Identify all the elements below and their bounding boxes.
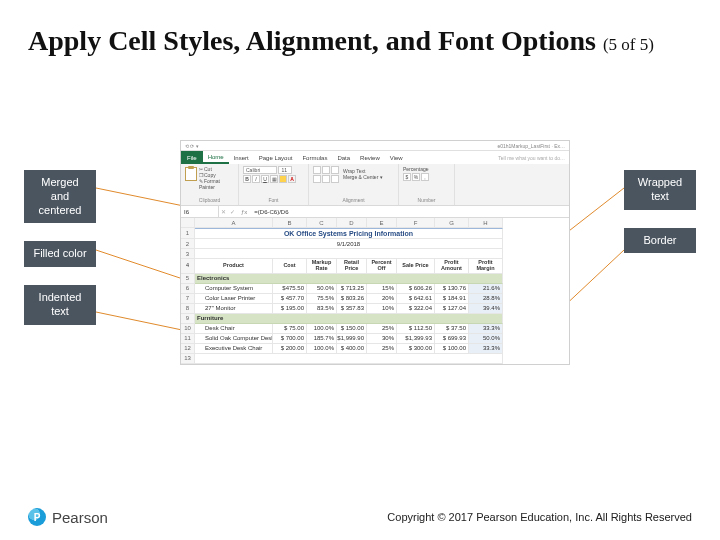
- cancel-icon[interactable]: ✕: [219, 208, 228, 215]
- tab-insert[interactable]: Insert: [229, 151, 254, 164]
- font-size-select[interactable]: 11: [278, 166, 292, 174]
- tab-formulas[interactable]: Formulas: [297, 151, 332, 164]
- row-13-blank[interactable]: 13: [181, 354, 569, 364]
- paste-button[interactable]: [185, 166, 197, 190]
- italic-button[interactable]: I: [252, 175, 260, 183]
- formula-input[interactable]: =(D6-C6)/D6: [251, 209, 569, 215]
- comma-button[interactable]: ,: [421, 173, 429, 181]
- excel-window: ⟲ ⟳ ▾ e01h1Markup_LastFirst · Ex… File H…: [180, 140, 570, 365]
- slide-footer: Pearson Copyright © 2017 Pearson Educati…: [0, 508, 720, 526]
- stage: Merged and centered Filled color Indente…: [0, 140, 720, 480]
- ribbon-group-number: Percentage $ % , Number: [399, 164, 455, 205]
- callout-filled-color: Filled color: [24, 241, 96, 267]
- product-name: Computer System: [195, 284, 273, 294]
- tab-review[interactable]: Review: [355, 151, 385, 164]
- row-1[interactable]: 1 OK Office Systems Pricing Information: [181, 228, 569, 239]
- qat-icons[interactable]: ⟲ ⟳ ▾: [185, 143, 199, 149]
- data-row[interactable]: 6Computer System$475.5050.0%$ 713.2515%$…: [181, 284, 569, 294]
- product-name: Solid Oak Computer Desk: [195, 334, 273, 344]
- brand: Pearson: [28, 508, 108, 526]
- callout-merged-centered: Merged and centered: [24, 170, 96, 223]
- fx-icon[interactable]: ƒx: [237, 209, 251, 215]
- callout-indented-text: Indented text: [24, 285, 96, 325]
- tab-view[interactable]: View: [385, 151, 408, 164]
- ribbon-group-clipboard: Cut Copy Format Painter Clipboard: [181, 164, 239, 205]
- pearson-logo-icon: [28, 508, 46, 526]
- slide-title: Apply Cell Styles, Alignment, and Font O…: [28, 24, 692, 58]
- data-row[interactable]: 10Desk Chair$ 75.00100.0%$ 150.0025%$ 11…: [181, 324, 569, 334]
- ribbon-group-alignment: Wrap Text Merge & Center ▾ Alignment: [309, 164, 399, 205]
- row-2[interactable]: 2 9/1/2018: [181, 239, 569, 249]
- underline-button[interactable]: U: [261, 175, 269, 183]
- fill-color-button[interactable]: [279, 175, 287, 183]
- product-name: Color Laser Printer: [195, 294, 273, 304]
- excel-titlebar: ⟲ ⟳ ▾ e01h1Markup_LastFirst · Ex…: [181, 141, 569, 151]
- bold-button[interactable]: B: [243, 175, 251, 183]
- currency-button[interactable]: $: [403, 173, 411, 181]
- ribbon-tabs: File Home Insert Page Layout Formulas Da…: [181, 151, 569, 164]
- group-label-alignment: Alignment: [313, 197, 394, 203]
- copyright: Copyright © 2017 Pearson Education, Inc.…: [387, 511, 692, 523]
- tab-page-layout[interactable]: Page Layout: [254, 151, 298, 164]
- callout-wrapped-text: Wrapped text: [624, 170, 696, 210]
- slide-title-sub: (5 of 5): [603, 35, 654, 54]
- data-row[interactable]: 827" Monitor$ 195.0083.5%$ 357.8310%$ 32…: [181, 304, 569, 314]
- enter-icon[interactable]: ✓: [228, 208, 237, 215]
- alignment-grid[interactable]: [313, 166, 339, 183]
- ribbon-group-font: Calibri 11 B I U ▦ A Font: [239, 164, 309, 205]
- tab-file[interactable]: File: [181, 151, 203, 164]
- tab-home[interactable]: Home: [203, 151, 229, 164]
- column-headers: AB CD EF GH: [181, 218, 569, 228]
- tell-me-search[interactable]: Tell me what you want to do…: [498, 155, 569, 161]
- ribbon: Cut Copy Format Painter Clipboard Calibr…: [181, 164, 569, 206]
- slide-title-main: Apply Cell Styles, Alignment, and Font O…: [28, 25, 596, 56]
- data-row[interactable]: 11Solid Oak Computer Desk$ 700.00185.7%$…: [181, 334, 569, 344]
- group-label-number: Number: [403, 197, 450, 203]
- clipboard-links: Cut Copy Format Painter: [199, 166, 234, 190]
- callout-column-left: Merged and centered Filled color Indente…: [24, 170, 96, 325]
- group-label-font: Font: [243, 197, 304, 203]
- worksheet[interactable]: AB CD EF GH 1 OK Office Systems Pricing …: [181, 218, 569, 364]
- font-name-select[interactable]: Calibri: [243, 166, 277, 174]
- sheet-date: 9/1/2018: [195, 239, 503, 249]
- row-4-headers[interactable]: 4 ProductCost Markup RateRetail Price Pe…: [181, 259, 569, 274]
- section-row[interactable]: 9Furniture: [181, 314, 569, 324]
- row-3-blank[interactable]: 3: [181, 249, 569, 259]
- number-format-select[interactable]: Percentage: [403, 166, 429, 172]
- product-name: 27" Monitor: [195, 304, 273, 314]
- brand-name: Pearson: [52, 509, 108, 526]
- sheet-title: OK Office Systems Pricing Information: [195, 228, 503, 239]
- callout-border: Border: [624, 228, 696, 254]
- font-color-button[interactable]: A: [288, 175, 296, 183]
- percent-button[interactable]: %: [412, 173, 420, 181]
- product-name: Desk Chair: [195, 324, 273, 334]
- merge-center-button[interactable]: Merge & Center ▾: [343, 174, 383, 180]
- section-row[interactable]: 5Electronics: [181, 274, 569, 284]
- product-name: Executive Desk Chair: [195, 344, 273, 354]
- formula-bar: I6 ✕ ✓ ƒx =(D6-C6)/D6: [181, 206, 569, 218]
- data-row[interactable]: 12Executive Desk Chair$ 200.00100.0%$ 40…: [181, 344, 569, 354]
- workbook-name: e01h1Markup_LastFirst · Ex…: [497, 143, 565, 149]
- tab-data[interactable]: Data: [332, 151, 355, 164]
- callout-column-right: Wrapped text Border: [624, 170, 696, 253]
- name-box[interactable]: I6: [181, 206, 219, 217]
- border-button[interactable]: ▦: [270, 175, 278, 183]
- group-label-clipboard: Clipboard: [185, 197, 234, 203]
- data-row[interactable]: 7Color Laser Printer$ 457.7075.5%$ 803.2…: [181, 294, 569, 304]
- format-painter-button[interactable]: Format Painter: [199, 178, 234, 190]
- paste-icon: [185, 167, 197, 181]
